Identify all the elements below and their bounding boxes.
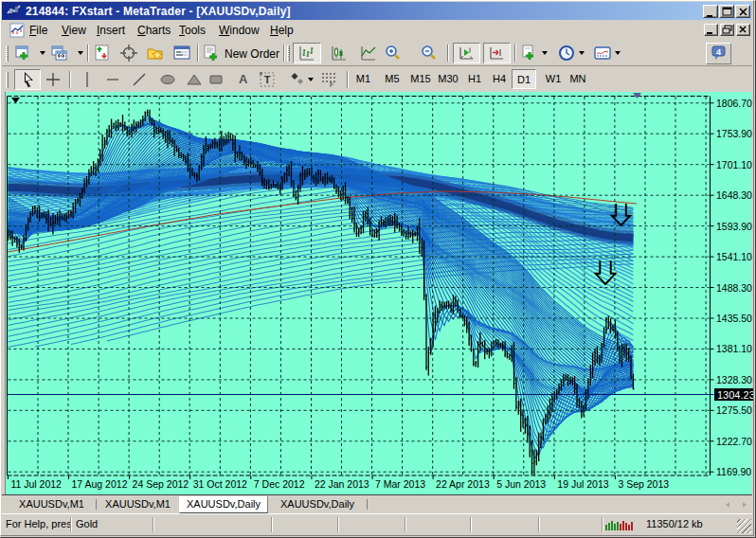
- svg-text:4: 4: [716, 47, 721, 57]
- svg-text:T: T: [264, 74, 271, 85]
- svg-text:F: F: [330, 81, 333, 88]
